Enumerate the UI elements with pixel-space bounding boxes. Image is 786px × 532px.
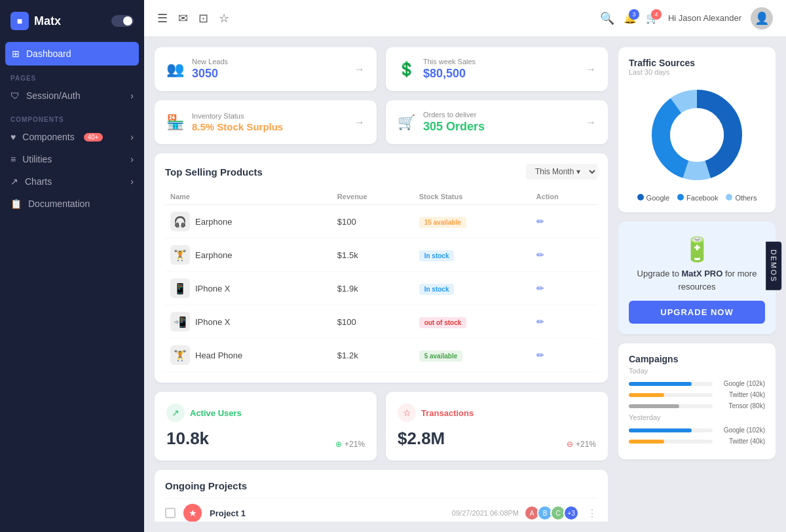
star-icon[interactable]: ☆ xyxy=(219,11,229,26)
sidebar-item-components[interactable]: ♥ Components 40+ › xyxy=(0,126,144,148)
campaign-period: Yesterday Google (102k) Twitter (40k) xyxy=(629,413,765,445)
user-avatar[interactable]: 👤 xyxy=(751,7,773,29)
campaign-period-label: Yesterday xyxy=(629,413,765,421)
product-status: 15 available xyxy=(414,205,531,238)
orders-card: 🛒 Orders to deliver 305 Orders → xyxy=(386,100,608,144)
upgrade-card: 🔋 Upgrade to MatX PRO for more resources… xyxy=(618,221,776,334)
sales-label: This week Sales xyxy=(423,58,476,66)
leads-arrow: → xyxy=(354,64,365,75)
legend-others: Others xyxy=(726,194,757,202)
edit-button[interactable]: ✏ xyxy=(536,350,544,360)
campaign-row: Tensor (80k) xyxy=(629,402,765,409)
edit-button[interactable]: ✏ xyxy=(536,250,544,260)
sidebar-item-session-auth[interactable]: 🛡 Session/Auth › xyxy=(0,85,144,107)
orders-icon: 🛒 xyxy=(398,114,415,131)
main-wrapper: ☰ ✉ ⊡ ☆ 🔍 🔔 3 🛒 4 Hi Jason Alexander 👤 xyxy=(144,0,786,532)
table-row: 🏋 Earphone $1.5k In stock ✏ xyxy=(165,238,597,272)
campaigns-title: Campaigns xyxy=(629,354,765,364)
traffic-legend: Google Facebook Others xyxy=(629,194,765,202)
upgrade-text: Upgrade to MatX PRO for more resources xyxy=(629,267,765,293)
month-selector[interactable]: This Month ▾ Last Month xyxy=(526,164,597,180)
product-status: In stock xyxy=(414,272,531,305)
product-revenue: $1.5k xyxy=(332,238,414,272)
legend-google: Google xyxy=(637,194,669,202)
new-leads-card: 👥 New Leads 3050 → xyxy=(155,47,377,91)
traffic-subtitle: Last 30 days xyxy=(629,68,765,76)
table-row: 📱 IPhone X $1.9k In stock ✏ xyxy=(165,272,597,305)
products-table: Name Revenue Stock Status Action 🎧 Earph… xyxy=(165,189,597,372)
edit-button[interactable]: ✏ xyxy=(536,316,544,327)
product-revenue: $100 xyxy=(332,205,414,238)
campaign-label: Twitter (40k) xyxy=(718,391,765,398)
notif-badge: 3 xyxy=(629,9,639,20)
notifications-button[interactable]: 🔔 3 xyxy=(624,12,637,24)
components-section-label: COMPONENTS xyxy=(0,107,144,126)
orders-label: Orders to deliver xyxy=(423,111,485,119)
sidebar-item-dashboard[interactable]: ⊞ Dashboard xyxy=(5,42,139,66)
product-status: out of stock xyxy=(414,305,531,339)
window-icon[interactable]: ⊡ xyxy=(198,11,208,26)
status-badge: out of stock xyxy=(419,317,467,328)
product-img: 🏋 xyxy=(170,345,190,365)
chevron-right-icon-3: › xyxy=(130,154,134,164)
sidebar-item-utilities[interactable]: ≡ Utilities › xyxy=(0,148,144,170)
logo-icon: ■ xyxy=(10,12,29,30)
campaign-bar xyxy=(629,393,664,397)
product-action: ✏ xyxy=(531,205,597,238)
active-users-change: ⊕ xyxy=(335,440,342,449)
table-header: Top Selling Products This Month ▾ Last M… xyxy=(165,164,597,180)
product-revenue: $100 xyxy=(332,305,414,339)
ongoing-projects-section: Ongoing Projects ★ Project 1 09/27/2021 … xyxy=(155,470,608,522)
transactions-card: ☆ Transactions $2.8M ⊖ +21% xyxy=(386,392,608,461)
orders-arrow: → xyxy=(586,117,596,128)
edit-button[interactable]: ✏ xyxy=(536,216,544,227)
svg-point-3 xyxy=(670,108,724,162)
project-name: Project 1 xyxy=(210,508,444,518)
sales-card: 💲 This week Sales $80,500 → xyxy=(386,47,608,91)
sidebar-item-documentation[interactable]: 📋 Documentation xyxy=(0,193,144,215)
table-row: 🏋 Head Phone $1.2k 5 available ✏ xyxy=(165,339,597,372)
components-label: Components xyxy=(22,132,74,142)
inventory-card: 🏪 Inventory Status 8.5% Stock Surplus → xyxy=(155,100,377,144)
cart-button[interactable]: 🛒 4 xyxy=(646,12,659,24)
product-action: ✏ xyxy=(531,305,597,339)
cart-badge: 4 xyxy=(651,9,662,20)
doc-icon: 📋 xyxy=(10,199,22,209)
sidebar-item-charts[interactable]: ↗ Charts › xyxy=(0,170,144,193)
campaign-label: Twitter (40k) xyxy=(718,438,765,445)
product-name: IPhone X xyxy=(195,317,231,327)
product-cell: 🏋 Earphone xyxy=(170,245,327,265)
product-action: ✏ xyxy=(531,238,597,272)
products-table-section: Top Selling Products This Month ▾ Last M… xyxy=(155,153,608,383)
product-img: 📱 xyxy=(170,278,190,298)
heart-icon: ♥ xyxy=(10,132,16,142)
edit-button[interactable]: ✏ xyxy=(536,283,544,294)
logo-text: Matx xyxy=(34,14,61,28)
topbar-right: 🔍 🔔 3 🛒 4 Hi Jason Alexander 👤 xyxy=(600,7,773,29)
chevron-right-icon-4: › xyxy=(130,176,134,187)
menu-icon[interactable]: ☰ xyxy=(157,11,168,26)
leads-icon: 👥 xyxy=(166,61,184,78)
campaign-label: Tensor (80k) xyxy=(718,402,765,409)
product-img: 🏋 xyxy=(170,245,190,265)
list-icon: ≡ xyxy=(10,154,16,164)
project-menu-icon[interactable]: ⋮ xyxy=(587,507,597,520)
campaigns-content: Today Google (102k) Twitter (40k) Tensor… xyxy=(629,367,765,445)
inventory-arrow: → xyxy=(354,117,365,128)
sales-value: $80,500 xyxy=(423,67,476,81)
mail-icon[interactable]: ✉ xyxy=(178,11,188,26)
demos-tab[interactable]: DEMOS xyxy=(766,242,781,290)
campaign-bar xyxy=(629,382,692,386)
theme-toggle[interactable] xyxy=(111,15,134,27)
upgrade-now-button[interactable]: UPGRADE NOW xyxy=(629,301,765,324)
campaign-label: Google (102k) xyxy=(718,427,765,434)
inventory-value: 8.5% Stock Surplus xyxy=(192,121,283,132)
traffic-title: Traffic Sources xyxy=(629,58,765,68)
project-checkbox[interactable] xyxy=(165,508,176,518)
leads-label: New Leads xyxy=(192,58,228,66)
sidebar-logo: ■ Matx xyxy=(10,12,61,30)
product-cell: 📱 IPhone X xyxy=(170,278,327,298)
status-badge: 5 available xyxy=(419,351,463,362)
chevron-right-icon: › xyxy=(130,90,134,101)
search-icon[interactable]: 🔍 xyxy=(600,11,614,26)
